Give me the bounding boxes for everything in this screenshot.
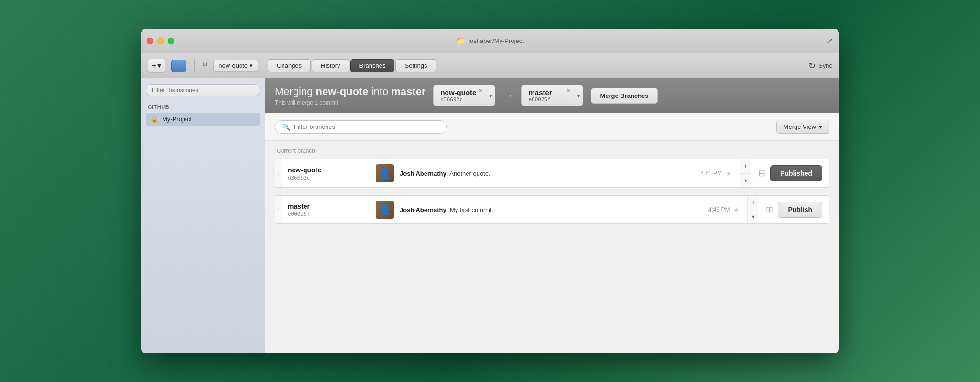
search-container: 🔍	[275, 120, 447, 134]
sidebar-item-label: My-Project	[162, 116, 192, 123]
merge-branches-button[interactable]: Merge Branches	[591, 88, 657, 104]
avatar-new-quote: 👤	[376, 164, 394, 182]
action-down-new-quote[interactable]: ▾	[740, 174, 751, 188]
commit-meta-master: 4:49 PM ★	[708, 206, 740, 213]
merge-view-button[interactable]: Merge View ▾	[776, 120, 829, 134]
commit-text-new-quote: Josh Abernathy: Another quote.	[400, 170, 695, 177]
to-branch-close-icon[interactable]: ✕	[566, 87, 571, 94]
traffic-lights	[147, 38, 174, 44]
commit-message-new-quote: Another quote.	[449, 170, 490, 177]
branch-selector-label: new-quote	[218, 62, 248, 69]
add-button[interactable]: + ▾	[148, 59, 165, 73]
view-toggle-button[interactable]	[171, 60, 186, 72]
commit-info-new-quote: 👤 Josh Abernathy: Another quote. 4:51 PM…	[368, 159, 740, 187]
filter-branches-input[interactable]	[294, 123, 440, 130]
avatar-master: 👤	[376, 201, 394, 219]
branch-row-new-quote: ⋮ new-quote d36692c 👤 Josh Abernathy: An…	[275, 159, 829, 188]
merge-title-prefix: Merging	[275, 85, 316, 97]
app-window: 📁 joshaber/My-Project ⤢ + ▾ ⑂ new-quote …	[141, 29, 839, 353]
branch-icon: ⑂	[202, 61, 207, 71]
lock-icon: 🔒	[151, 116, 158, 123]
publish-button-master[interactable]: Publish	[778, 202, 822, 218]
search-icon: 🔍	[282, 123, 290, 131]
close-button[interactable]	[147, 38, 153, 44]
star-icon-master[interactable]: ★	[733, 206, 740, 213]
toolbar-divider	[194, 59, 195, 73]
current-branch-label: Current branch	[275, 148, 829, 154]
tab-changes[interactable]: Changes	[268, 59, 311, 72]
from-branch-pill: ✕ new-quote d36692c ▾	[433, 85, 495, 106]
commit-time-new-quote: 4:51 PM	[700, 170, 722, 177]
filter-repositories-input[interactable]	[146, 84, 260, 96]
toolbar-tabs: Changes History Branches Settings	[268, 59, 436, 72]
branch-actions-master: + ▾	[747, 196, 759, 223]
merge-title: Merging new-quote into master	[275, 85, 425, 98]
sidebar: GITHUB 🔒 My-Project	[141, 78, 265, 353]
branch-info-master: master e00025f	[282, 196, 368, 223]
merge-title-area: Merging new-quote into master This will …	[275, 85, 425, 106]
merge-view-dropdown-icon: ▾	[819, 123, 822, 130]
branch-hash-new-quote: d36692c	[288, 175, 362, 181]
merge-branch-to: master	[391, 85, 425, 97]
tab-settings[interactable]: Settings	[395, 59, 436, 72]
commit-text-master: Josh Abernathy: My first commit.	[400, 206, 703, 213]
expand-button[interactable]: ⤢	[826, 36, 833, 46]
drag-handle-master: ⋮	[275, 196, 282, 223]
sync-icon: ↻	[808, 61, 816, 71]
plus-icon: +	[152, 62, 156, 70]
add-dropdown-icon: ▾	[157, 61, 161, 70]
commit-meta-new-quote: 4:51 PM ★	[700, 170, 732, 177]
star-icon-new-quote[interactable]: ★	[726, 170, 732, 177]
commit-time-master: 4:49 PM	[708, 206, 730, 213]
merge-view-label: Merge View	[784, 123, 816, 130]
from-branch-arrow-icon[interactable]: ▾	[490, 93, 492, 98]
branch-hash-master: e00025f	[288, 211, 362, 217]
settings-icon-new-quote[interactable]: ⊞	[758, 168, 765, 179]
commit-message-master: My first commit.	[450, 206, 493, 213]
settings-icon-master[interactable]: ⊞	[766, 204, 773, 215]
window-title: joshaber/My-Project	[468, 37, 524, 44]
from-branch-close-icon[interactable]: ✕	[479, 87, 483, 94]
published-button-new-quote[interactable]: Published	[770, 165, 822, 181]
drag-handle-new-quote: ⋮	[275, 159, 282, 187]
branch-name-new-quote: new-quote	[288, 166, 362, 174]
folder-icon: 📁	[456, 36, 466, 45]
branches-list: Current branch ⋮ new-quote d36692c 👤 Jos…	[265, 141, 839, 353]
main-area: GITHUB 🔒 My-Project Merging new-quote in…	[141, 78, 839, 353]
sidebar-item-my-project[interactable]: 🔒 My-Project	[146, 113, 260, 126]
maximize-button[interactable]	[168, 38, 174, 44]
commit-author-new-quote: Josh Abernathy	[400, 170, 446, 177]
minimize-button[interactable]	[157, 38, 164, 44]
publish-area-new-quote: ⊞ Published	[751, 159, 829, 187]
to-branch-arrow-icon[interactable]: ▾	[577, 93, 580, 98]
action-plus-new-quote[interactable]: +	[740, 159, 751, 174]
branch-info-new-quote: new-quote d36692c	[282, 159, 368, 187]
commit-author-master: Josh Abernathy	[400, 206, 446, 213]
merge-subtitle: This will merge 1 commit	[275, 99, 425, 106]
window-title-area: 📁 joshaber/My-Project	[456, 36, 524, 45]
branch-dropdown-icon: ▾	[250, 62, 253, 69]
commit-info-master: 👤 Josh Abernathy: My first commit. 4:49 …	[368, 196, 747, 223]
to-branch-pill: ✕ master e00025f ▾	[521, 85, 583, 106]
content-area: Merging new-quote into master This will …	[265, 78, 839, 353]
branch-selector[interactable]: new-quote ▾	[213, 60, 258, 72]
merge-branch-from: new-quote	[316, 85, 369, 97]
action-down-master[interactable]: ▾	[748, 210, 759, 224]
tab-branches[interactable]: Branches	[350, 59, 395, 72]
expand-icon: ⤢	[826, 36, 833, 46]
merge-title-middle: into	[369, 85, 392, 97]
sync-button[interactable]: ↻ Sync	[808, 61, 832, 71]
toolbar: + ▾ ⑂ new-quote ▾ Changes History Branch…	[141, 53, 839, 78]
sync-label: Sync	[818, 62, 832, 69]
to-branch-hash: e00025f	[528, 96, 578, 103]
action-plus-master[interactable]: +	[748, 196, 759, 210]
merge-arrow-icon: →	[503, 89, 513, 102]
merge-header: Merging new-quote into master This will …	[265, 78, 839, 113]
titlebar: 📁 joshaber/My-Project ⤢	[141, 29, 839, 53]
sidebar-section-github: GITHUB	[146, 104, 260, 110]
filter-bar: 🔍 Merge View ▾	[265, 113, 839, 141]
branch-row-master: ⋮ master e00025f 👤 Josh Abernathy: My fi…	[275, 195, 829, 224]
tab-history[interactable]: History	[312, 59, 349, 72]
branch-actions-new-quote: + ▾	[740, 159, 751, 187]
from-branch-hash: d36692c	[440, 96, 490, 103]
